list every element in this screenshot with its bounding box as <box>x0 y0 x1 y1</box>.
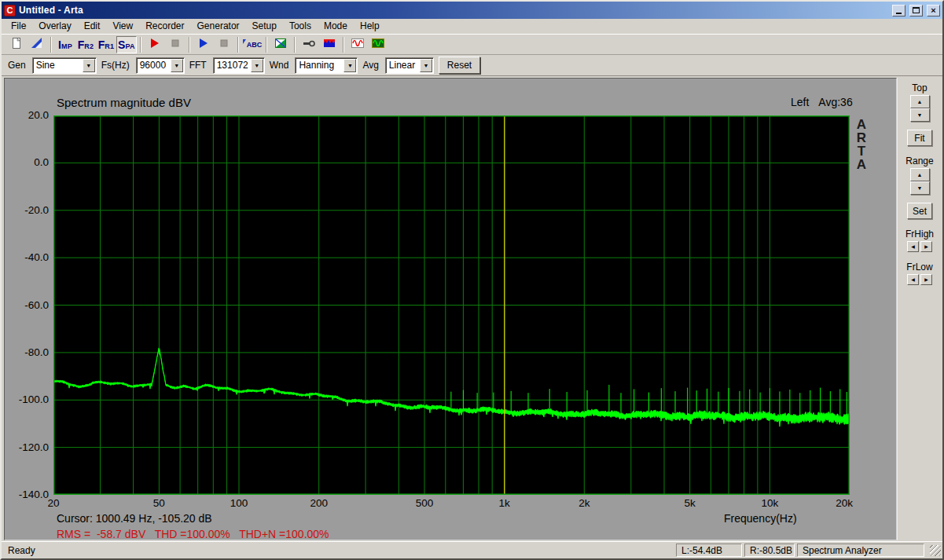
frhigh-left-button[interactable]: ◀ <box>907 241 919 252</box>
top-up-button[interactable]: ▲ <box>910 95 930 108</box>
fft-size-value: 131072 <box>214 60 251 71</box>
main-area: Spectrum magnitude dBV Left Avg:36 ARTA … <box>2 76 942 541</box>
right-control-strip: Top ▲ ▼ Fit Range ▲ ▼ Set FrHigh ◀ ▶ FrL… <box>897 78 942 540</box>
range-label: Range <box>905 156 933 167</box>
x-tick-label: 20k <box>836 497 853 509</box>
reset-button[interactable]: Reset <box>439 57 480 74</box>
arta-watermark: ARTA <box>854 118 869 171</box>
chevron-down-icon[interactable]: ▼ <box>251 59 263 72</box>
menu-item-recorder[interactable]: Recorder <box>139 20 190 33</box>
controls-bar: GenSine▼Fs(Hz)96000▼FFT131072▼WndHanning… <box>2 55 942 76</box>
menu-item-help[interactable]: Help <box>354 20 386 33</box>
spa-text-icon: SPA <box>118 38 135 51</box>
spa-mode-button[interactable]: SPA <box>116 36 137 53</box>
calibrate-button[interactable] <box>299 36 319 53</box>
spectrum-plot[interactable] <box>53 115 850 495</box>
menu-item-overlay[interactable]: Overlay <box>32 20 77 33</box>
combo-window-function[interactable]: Hanning▼ <box>295 57 358 74</box>
y-tick-label: 20.0 <box>5 109 49 121</box>
x-tick-label: 200 <box>310 497 328 509</box>
toolbar: IMPFR2FR1SPAABC <box>2 34 942 55</box>
menu-item-edit[interactable]: Edit <box>78 20 107 33</box>
y-tick-label: -80.0 <box>5 346 49 358</box>
toolbar-separator <box>343 37 344 53</box>
combo-averaging[interactable]: Linear▼ <box>385 57 434 74</box>
combo-sampling-rate[interactable]: 96000▼ <box>136 57 185 74</box>
fr2-text-icon: FR2 <box>78 38 94 51</box>
channel-label: Left <box>791 96 809 108</box>
fr1-mode-button[interactable]: FR1 <box>96 36 116 53</box>
y-tick-label: -100.0 <box>5 393 49 405</box>
frlow-spinner: ◀ ▶ <box>907 274 932 285</box>
generator-start-button[interactable] <box>193 36 214 53</box>
y-tick-label: -20.0 <box>5 204 49 216</box>
generator-setup-button[interactable] <box>368 36 388 53</box>
top-down-button[interactable]: ▼ <box>910 108 930 122</box>
minimize-button[interactable] <box>892 5 905 16</box>
menu-item-file[interactable]: File <box>5 20 32 33</box>
frhigh-spinner: ◀ ▶ <box>907 241 932 252</box>
chevron-down-icon[interactable]: ▼ <box>343 59 356 72</box>
maximize-icon <box>913 7 920 13</box>
toolbar-separator <box>189 37 190 53</box>
play-icon <box>197 37 210 52</box>
scaling-button[interactable] <box>319 36 340 53</box>
combo-fft-size[interactable]: 131072▼ <box>213 57 265 74</box>
frlow-left-button[interactable]: ◀ <box>907 274 919 285</box>
y-tick-label: 0.0 <box>5 156 49 168</box>
menu-item-setup[interactable]: Setup <box>246 20 283 33</box>
minimize-icon <box>896 13 902 14</box>
chevron-down-icon[interactable]: ▼ <box>420 59 432 72</box>
new-button[interactable] <box>6 36 27 53</box>
top-label: Top <box>912 82 927 93</box>
menu-item-generator[interactable]: Generator <box>191 20 246 33</box>
range-up-button[interactable]: ▲ <box>910 168 930 181</box>
right-level-indicator: R:-80.5dB <box>744 544 795 557</box>
fft-size-label: FFT <box>189 60 207 71</box>
range-spinner: ▲ ▼ <box>910 168 930 195</box>
measurement-readout: RMS = -58.7 dBV THD =100.00% THD+N =100.… <box>57 528 329 540</box>
record-play-icon <box>149 37 161 52</box>
chevron-down-icon[interactable]: ▼ <box>171 59 183 72</box>
stop-icon <box>218 37 230 52</box>
record-start-button[interactable] <box>145 36 165 53</box>
frlow-label: FrLow <box>906 262 932 273</box>
x-tick-label: 500 <box>416 497 434 509</box>
spectrum-plot-svg <box>53 115 850 495</box>
fit-button[interactable]: Fit <box>907 130 932 146</box>
maximize-button[interactable] <box>909 5 923 16</box>
y-tick-label: -60.0 <box>5 299 49 311</box>
cursor-readout: Cursor: 1000.49 Hz, -105.20 dB <box>57 512 212 525</box>
menu-item-view[interactable]: View <box>106 20 139 33</box>
signal-record-window-button[interactable] <box>347 36 368 53</box>
new-document-icon <box>10 37 23 52</box>
x-tick-label: 50 <box>153 497 165 509</box>
frhigh-right-button[interactable]: ▶ <box>920 241 932 252</box>
labels-button[interactable]: ABC <box>242 36 263 53</box>
record-stop-button[interactable] <box>165 36 185 53</box>
toolbar-separator <box>266 37 267 53</box>
abc-label-icon: ABC <box>243 41 263 49</box>
generator-stop-button[interactable] <box>214 36 234 53</box>
x-tick-label: 2k <box>579 497 590 509</box>
spectrogram-button[interactable] <box>270 36 291 53</box>
y-tick-label: -140.0 <box>5 489 49 500</box>
x-tick-label: 5k <box>685 497 696 509</box>
window-function-label: Wnd <box>270 60 289 71</box>
menu-item-tools[interactable]: Tools <box>283 20 318 33</box>
resize-grip[interactable] <box>930 545 941 556</box>
frlow-right-button[interactable]: ▶ <box>920 274 932 285</box>
overlay-button[interactable] <box>27 36 47 53</box>
imp-mode-button[interactable]: IMP <box>55 36 75 53</box>
toolbar-separator <box>140 37 141 53</box>
close-button[interactable]: × <box>927 5 940 16</box>
menu-item-mode[interactable]: Mode <box>318 20 354 33</box>
range-down-button[interactable]: ▼ <box>910 181 930 195</box>
x-axis-title: Frequency(Hz) <box>724 512 850 525</box>
x-tick-label: 1k <box>499 497 510 509</box>
chevron-down-icon[interactable]: ▼ <box>83 59 95 72</box>
combo-generator-type[interactable]: Sine▼ <box>32 57 97 74</box>
averaging-label: Avg <box>362 60 378 71</box>
set-button[interactable]: Set <box>907 203 932 219</box>
fr2-mode-button[interactable]: FR2 <box>75 36 96 53</box>
